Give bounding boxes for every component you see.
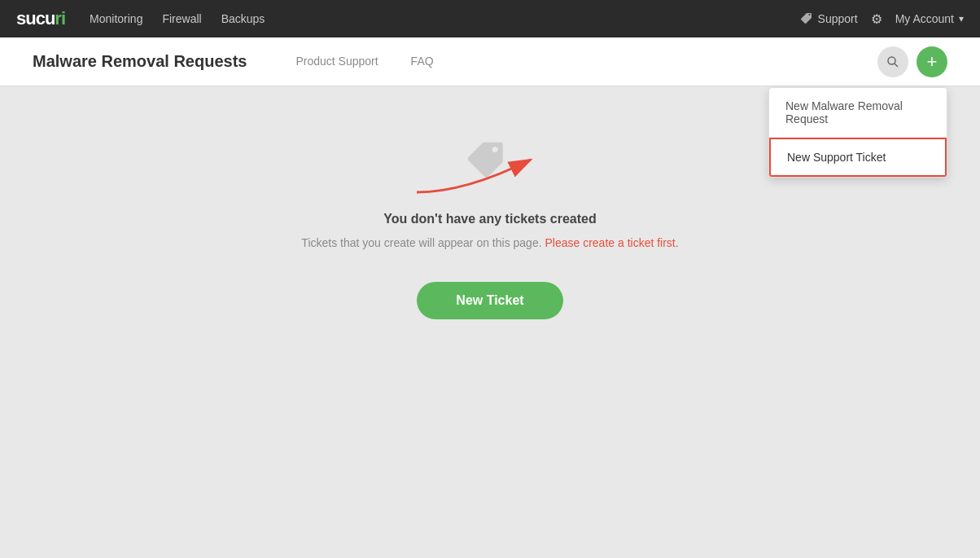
logo[interactable]: sucuri <box>16 8 65 29</box>
empty-title: You don't have any tickets created <box>383 212 596 226</box>
nav-backups[interactable]: Backups <box>221 12 265 25</box>
logo-text-ri: ri <box>55 8 65 29</box>
chevron-down-icon: ▾ <box>959 13 964 24</box>
nav-links: Monitoring Firewall Backups <box>90 12 265 25</box>
navbar-right: Support ⚙ My Account ▾ <box>800 11 964 27</box>
my-account-label: My Account <box>895 12 954 25</box>
header-actions: + New Malware Removal Request New Suppor… <box>877 46 947 77</box>
search-icon <box>886 55 899 68</box>
empty-subtitle: Tickets that you create will appear on t… <box>301 236 678 249</box>
page-tabs: Product Support FAQ <box>279 37 449 86</box>
empty-tag-icon <box>462 135 518 192</box>
tag-icon-container <box>462 135 518 196</box>
navbar-left: sucuri Monitoring Firewall Backups <box>16 8 265 29</box>
svg-point-0 <box>888 57 895 64</box>
gear-icon[interactable]: ⚙ <box>871 11 882 27</box>
search-button[interactable] <box>877 46 908 77</box>
tab-faq[interactable]: FAQ <box>395 37 450 86</box>
tag-nav-icon <box>800 12 813 25</box>
svg-line-1 <box>895 64 898 67</box>
page-title: Malware Removal Requests <box>33 52 247 71</box>
dropdown-item-support-ticket[interactable]: New Support Ticket <box>769 138 947 177</box>
dropdown-menu: New Malware Removal Request New Support … <box>768 87 947 178</box>
dropdown-item-malware[interactable]: New Malware Removal Request <box>769 88 947 138</box>
new-ticket-button[interactable]: New Ticket <box>417 282 562 319</box>
plus-icon: + <box>927 51 938 72</box>
nav-monitoring[interactable]: Monitoring <box>90 12 142 25</box>
tab-product-support[interactable]: Product Support <box>279 37 394 86</box>
nav-firewall[interactable]: Firewall <box>162 12 201 25</box>
empty-subtitle-text: Tickets that you create will appear on t… <box>301 236 545 249</box>
page-header: Malware Removal Requests Product Support… <box>0 37 980 86</box>
support-label: Support <box>818 12 858 25</box>
navbar: sucuri Monitoring Firewall Backups Suppo… <box>0 0 980 37</box>
support-link[interactable]: Support <box>800 12 858 25</box>
create-ticket-link[interactable]: Please create a ticket first. <box>545 236 678 249</box>
logo-text-su: sucu <box>16 8 55 29</box>
add-button[interactable]: + <box>917 46 947 77</box>
my-account-link[interactable]: My Account ▾ <box>895 12 964 25</box>
